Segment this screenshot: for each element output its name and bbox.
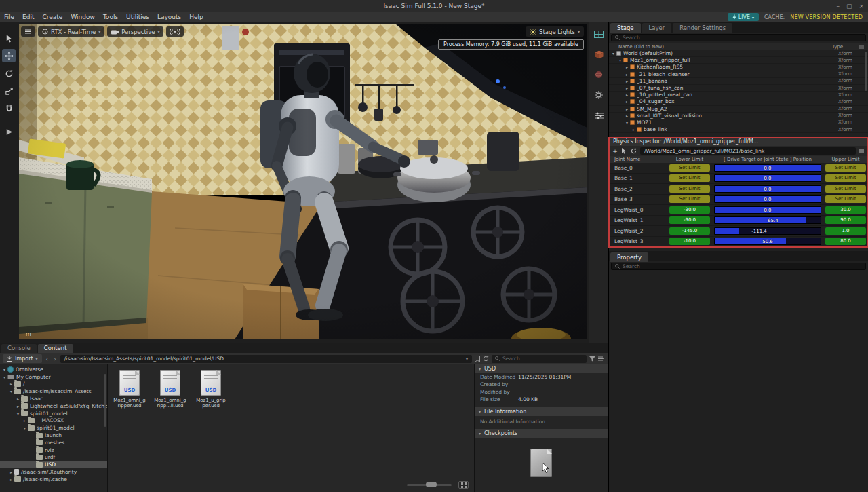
expand-caret-icon[interactable]: ▸	[624, 107, 630, 111]
file-information-header[interactable]: ▾ File Information	[475, 407, 608, 416]
menu-item[interactable]: Utilities	[122, 12, 153, 22]
lower-limit-button[interactable]: -10.0	[669, 238, 710, 245]
upper-limit-button[interactable]: 30.0	[825, 206, 866, 214]
bookmark-icon[interactable]	[475, 356, 480, 362]
lower-limit-button[interactable]: -30.0	[669, 206, 710, 214]
joint-position-slider[interactable]: 0.0	[714, 164, 821, 172]
expand-caret-icon[interactable]: ▸	[8, 381, 14, 386]
tree-item-label[interactable]: urdf	[45, 454, 55, 460]
upper-limit-button[interactable]: 90.0	[825, 216, 866, 224]
stage-tree-row[interactable]: ▸ SM_Mug_A2 Xform	[609, 106, 868, 113]
physics-menu-icon[interactable]	[859, 149, 865, 153]
lower-limit-button[interactable]: -90.0	[669, 216, 710, 224]
refresh-icon[interactable]	[483, 356, 489, 362]
stage-panel-tab[interactable]: Render Settings	[673, 23, 732, 33]
stage-tree-row[interactable]: ▸ _21_bleach_cleanser Xform	[609, 71, 868, 78]
lower-limit-button[interactable]: Set Limit	[669, 195, 710, 203]
prim-name[interactable]: SM_Mug_A2	[637, 106, 838, 112]
content-tree-row[interactable]: ▾ /isaac-sim/Issacsim_Assets	[0, 387, 107, 395]
stage-lights-dropdown[interactable]: Stage Lights▾	[526, 26, 584, 37]
tree-item-label[interactable]: /isaac-sim/.cache	[23, 476, 67, 482]
file-name[interactable]: Moz1_omni_gripper.usd	[113, 398, 146, 409]
upper-limit-button[interactable]: Set Limit	[825, 174, 866, 182]
usd-section-header[interactable]: ▾ USD	[475, 364, 608, 373]
expand-caret-icon[interactable]: ▾	[8, 389, 14, 394]
expand-caret-icon[interactable]: ▾	[22, 425, 28, 430]
tree-item-label[interactable]: meshes	[45, 440, 64, 446]
prim-name[interactable]: _10_potted_meat_can	[637, 92, 838, 98]
content-tree-row[interactable]: ▾ spirit01_model	[0, 424, 107, 432]
prim-name[interactable]: KitchenRoom_RS5	[637, 64, 838, 70]
tree-item-label[interactable]: Lightwheel_az5iukPxYq_KitchenRo	[30, 403, 108, 409]
stage-tree-row[interactable]: ▾ World (defaultPrim) Xform	[609, 50, 868, 57]
lower-limit-button[interactable]: Set Limit	[669, 174, 710, 182]
menu-item[interactable]: Create	[39, 12, 67, 22]
menu-item[interactable]: Window	[66, 12, 99, 22]
expand-caret-icon[interactable]: ▾	[610, 51, 616, 56]
expand-caret-icon[interactable]: ▾	[15, 411, 21, 416]
joint-position-slider[interactable]: 0.0	[714, 206, 821, 214]
menu-item[interactable]: Edit	[18, 12, 38, 22]
tree-scrollbar[interactable]	[104, 374, 106, 427]
file-name[interactable]: Moz1_omni_gripp...ll.usd	[154, 398, 186, 409]
prim-name[interactable]: _11_banana	[637, 78, 838, 84]
stage-search-input[interactable]: Search	[611, 34, 866, 41]
file-card[interactable]: USD Moz1_u_gripper.usd	[195, 370, 227, 409]
tree-item-label[interactable]: rviz	[45, 447, 54, 453]
joint-position-slider[interactable]: 65.4	[714, 216, 821, 224]
physics-inspector-title[interactable]: Physics Inspector: /World/Moz1_omni_grip…	[609, 138, 868, 146]
stage-tree-row[interactable]: ▸ KitchenRoom_RS5 Xform	[609, 64, 868, 71]
prim-name[interactable]: Moz1_omni_gripper_full	[630, 57, 838, 63]
scale-tool-button[interactable]	[2, 84, 16, 98]
minimize-button[interactable]: –	[836, 3, 840, 10]
tree-item-label[interactable]: spirit01_model	[30, 411, 68, 417]
content-tree-row[interactable]: ▸ Lightwheel_az5iukPxYq_KitchenRo	[0, 402, 107, 410]
name-column-header[interactable]: Name (Old to New)	[609, 44, 829, 50]
asset-cube-icon[interactable]	[593, 49, 604, 60]
move-tool-button[interactable]	[2, 49, 16, 62]
content-tree-row[interactable]: USD	[0, 461, 107, 468]
file-card[interactable]: USD Moz1_omni_gripper.usd	[113, 370, 146, 409]
prim-name[interactable]: small_KLT_visual_collision	[637, 113, 838, 119]
stage-tree-row[interactable]: ▸ _04_sugar_box Xform	[609, 98, 868, 105]
stage-panel-tab[interactable]: Layer	[642, 23, 672, 33]
expand-caret-icon[interactable]: ▸	[631, 127, 637, 132]
prim-name[interactable]: _21_bleach_cleanser	[637, 71, 838, 77]
tree-item-label[interactable]: launch	[45, 432, 62, 438]
property-search-input[interactable]: Search	[611, 263, 866, 270]
grid-view-toggle[interactable]	[458, 481, 469, 489]
tree-item-label[interactable]: My Computer	[16, 374, 51, 380]
content-tree-row[interactable]: ▾ Omniverse	[0, 366, 107, 373]
joint-position-slider[interactable]: 0.0	[714, 174, 821, 182]
tree-item-label[interactable]: USD	[45, 461, 56, 468]
property-tab[interactable]: Property	[610, 252, 648, 262]
content-tree-row[interactable]: ▸ /isaac-sim/.Xauthority	[0, 468, 107, 476]
play-button[interactable]	[2, 125, 16, 138]
upper-limit-button[interactable]: Set Limit	[825, 195, 866, 203]
tree-item-label[interactable]: Isaac	[30, 396, 43, 402]
stage-tree-row[interactable]: ▸ _10_potted_meat_can Xform	[609, 92, 868, 98]
tree-item-label[interactable]: __MACOSX	[37, 417, 64, 423]
expand-caret-icon[interactable]: ▸	[15, 404, 21, 409]
menu-item[interactable]: File	[0, 12, 18, 22]
gear-icon[interactable]	[593, 90, 604, 100]
joint-position-slider[interactable]: 50.6	[714, 238, 821, 245]
capture-signal-button[interactable]	[166, 26, 184, 37]
select-target-button[interactable]	[621, 148, 628, 154]
stage-tree-row[interactable]: ▸ base_link Xform	[609, 126, 868, 133]
content-tree-row[interactable]: ▸ __MACOSX	[0, 417, 107, 425]
stage-panel-tab[interactable]: Stage	[610, 23, 641, 33]
stage-tree-row[interactable]: ▸ _11_banana Xform	[609, 78, 868, 85]
content-tree-row[interactable]: ▾ spirit01_model	[0, 410, 107, 417]
expand-caret-icon[interactable]: ▾	[624, 120, 630, 125]
checkpoint-file-icon[interactable]	[530, 449, 552, 477]
live-sync-button[interactable]: LIVE ▾	[728, 13, 759, 21]
expand-caret-icon[interactable]: ▸	[624, 72, 630, 77]
select-tool-button[interactable]	[2, 31, 16, 45]
slider-handle[interactable]	[426, 482, 437, 487]
content-tab[interactable]: Console	[1, 344, 37, 353]
camera-dropdown[interactable]: Perspective▾	[107, 26, 163, 37]
expand-caret-icon[interactable]: ▸	[624, 79, 630, 83]
expand-caret-icon[interactable]: ▸	[15, 396, 21, 401]
content-tab[interactable]: Content	[38, 344, 73, 353]
